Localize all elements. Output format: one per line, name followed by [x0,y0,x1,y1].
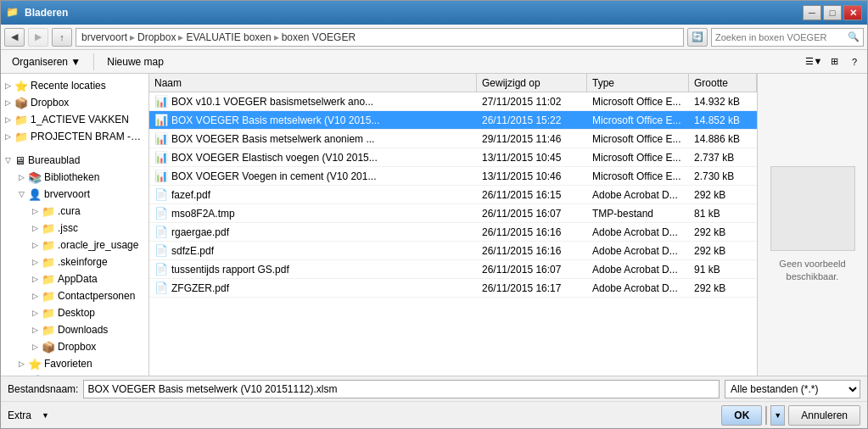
file-modified: 26/11/2015 15:22 [477,114,587,126]
address-bar: ◀ ▶ ↑ brvervoort ▸ Dropbox ▸ EVALUATIE b… [1,25,867,50]
file-icon: 📄 [154,226,168,238]
organize-button[interactable]: Organiseren ▼ [4,53,88,71]
file-name: BOX VOEGER Voegen in cement (V10 201... [171,170,376,182]
cancel-button[interactable]: Annuleren [788,405,860,426]
sidebar-item-favorieten[interactable]: ▷ ⭐ Favorieten [1,355,148,372]
sidebar-item-skeinforge[interactable]: ▷ 📁 .skeinforge [1,254,148,270]
file-size: 81 kB [689,208,757,220]
file-size: 292 kB [689,245,757,257]
sidebar-item-contactpersonen[interactable]: ▷ 📁 Contactpersonen [1,287,148,304]
table-row[interactable]: 📊 BOX v10.1 VOEGER basismetselwerk ano..… [149,92,757,111]
file-name: ZFGZER.pdf [171,282,229,294]
ok-dropdown-arrow[interactable]: ▼ [770,405,785,426]
file-name: BOX v10.1 VOEGER basismetselwerk ano... [171,96,373,108]
sidebar-item-dropbox1[interactable]: ▷ 📦 Dropbox [1,94,148,111]
file-icon: 📄 [154,207,168,220]
breadcrumb-item[interactable]: EVALUATIE boxen [186,31,271,43]
sidebar-item-actieve[interactable]: ▷ 📁 1_ACTIEVE VAKKEN [1,111,148,128]
file-list: 📊 BOX v10.1 VOEGER basismetselwerk ano..… [149,92,757,376]
filetype-select[interactable]: Alle bestanden (*.*)Excel bestanden (*.x… [725,380,860,398]
file-size: 14.852 kB [689,114,757,126]
sidebar-item-cura[interactable]: ▷ 📁 .cura [1,203,148,220]
sidebar-item-bureaublad[interactable]: ▽ 🖥 Bureaublad [1,152,148,169]
breadcrumb: brvervoort ▸ Dropbox ▸ EVALUATIE boxen ▸… [81,31,356,43]
breadcrumb-item[interactable]: brvervoort [81,31,127,43]
file-icon: 📊 [154,95,168,108]
table-row[interactable]: 📄 sdfzE.pdf 26/11/2015 16:16 Adobe Acrob… [149,242,757,260]
sidebar: ▷ ⭐ Recente locaties ▷ 📦 Dropbox ▷ 📁 1_A… [1,74,149,376]
file-size: 2.730 kB [689,170,757,182]
file-type: Microsoft Office E... [587,133,689,145]
preview-panel: Geen voorbeeld beschikbaar. [757,74,867,376]
refresh-button[interactable]: 🔄 [687,28,708,47]
file-modified: 29/11/2015 11:46 [477,133,587,145]
table-row[interactable]: 📊 BOX VOEGER Voegen in cement (V10 201..… [149,167,757,186]
forward-button[interactable]: ▶ [28,28,48,47]
file-icon: 📄 [154,188,168,201]
file-size: 292 kB [689,189,757,201]
file-modified: 13/11/2015 10:45 [477,152,587,164]
file-size: 14.886 kB [689,133,757,145]
maximize-button[interactable]: □ [823,5,842,20]
table-row[interactable]: 📄 mso8F2A.tmp 26/11/2015 16:07 TMP-besta… [149,204,757,223]
ok-button[interactable]: OK [721,405,762,426]
view-menu-button[interactable]: ☰▼ [804,53,823,71]
title-bar: 📁 Bladeren ─ □ ✕ [1,1,867,25]
table-row[interactable]: 📊 BOX VOEGER Basis metselwerk anoniem ..… [149,130,757,148]
toolbar-separator [93,53,94,70]
new-folder-button[interactable]: Nieuwe map [99,53,171,71]
filename-input[interactable] [83,380,720,398]
file-name: tussentijds rapport GS.pdf [171,264,289,276]
bottom-bar: Bestandsnaam: Alle bestanden (*.*)Excel … [1,376,867,401]
toolbar: Organiseren ▼ Nieuwe map ☰▼ ⊞ ? [1,50,867,74]
window-icon: 📁 [6,6,20,20]
breadcrumb-item[interactable]: Dropbox [137,31,176,43]
search-box[interactable]: 🔍 [711,28,864,47]
breadcrumb-item[interactable]: boxen VOEGER [282,31,356,43]
sidebar-item-recent[interactable]: ▷ ⭐ Recente locaties [1,77,148,94]
extra-dropdown-arrow[interactable]: ▼ [42,411,49,420]
sidebar-item-bibliotheken[interactable]: ▷ 📚 Bibliotheken [1,169,148,186]
toggle-preview-button[interactable]: ⊞ [825,53,843,71]
dialog-window: 📁 Bladeren ─ □ ✕ ◀ ▶ ↑ brvervoort ▸ Drop… [0,0,868,429]
file-name: rgaergae.pdf [171,226,229,238]
column-header-name[interactable]: Naam [149,74,477,92]
file-size: 2.737 kB [689,152,757,164]
up-button[interactable]: ↑ [52,28,72,47]
column-header-modified[interactable]: Gewijzigd op [477,74,587,92]
table-row[interactable]: 📄 ZFGZER.pdf 26/11/2015 16:17 Adobe Acro… [149,279,757,298]
table-row[interactable]: 📄 tussentijds rapport GS.pdf 26/11/2015 … [149,260,757,279]
help-button[interactable]: ? [845,53,864,71]
sidebar-item-downloads[interactable]: ▷ 📁 Downloads [1,321,148,338]
sidebar-item-dropbox2[interactable]: ▷ 📦 Dropbox [1,338,148,355]
column-header-type[interactable]: Type [587,74,689,92]
address-path[interactable]: brvervoort ▸ Dropbox ▸ EVALUATIE boxen ▸… [76,28,684,47]
table-row[interactable]: 📄 rgaergae.pdf 26/11/2015 16:16 Adobe Ac… [149,223,757,242]
file-type: Adobe Acrobat D... [587,282,689,294]
file-modified: 13/11/2015 10:46 [477,170,587,182]
column-header-size[interactable]: Grootte [689,74,757,92]
file-modified: 26/11/2015 16:07 [477,264,587,276]
sidebar-item-desktop[interactable]: ▷ 📁 Desktop [1,304,148,321]
file-type: Adobe Acrobat D... [587,189,689,201]
extra-label: Extra [8,410,31,421]
file-type: Microsoft Office E... [587,96,689,108]
table-row[interactable]: 📊 BOX VOEGER Basis metselwerk (V10 2015.… [149,111,757,130]
file-type: Adobe Acrobat D... [587,226,689,238]
window-controls: ─ □ ✕ [803,5,862,20]
minimize-button[interactable]: ─ [803,5,821,20]
file-type: TMP-bestand [587,208,689,220]
sidebar-item-oracle[interactable]: ▷ 📁 .oracle_jre_usage [1,237,148,254]
sidebar-item-jssc[interactable]: ▷ 📁 .jssc [1,220,148,237]
sidebar-item-projecten[interactable]: ▷ 📁 PROJECTEN BRAM -BVxxx [1,128,148,145]
sidebar-item-brvervoort[interactable]: ▽ 👤 brvervoort [1,186,148,203]
search-input[interactable] [715,32,848,42]
table-row[interactable]: 📄 fazef.pdf 26/11/2015 16:15 Adobe Acrob… [149,186,757,204]
window-title: Bladeren [25,7,803,19]
back-button[interactable]: ◀ [4,28,25,47]
file-name: fazef.pdf [171,189,210,201]
sidebar-item-appdata[interactable]: ▷ 📁 AppData [1,270,148,287]
file-type: Microsoft Office E... [587,152,689,164]
table-row[interactable]: 📊 BOX VOEGER Elastisch voegen (V10 2015.… [149,148,757,167]
close-button[interactable]: ✕ [843,5,862,20]
